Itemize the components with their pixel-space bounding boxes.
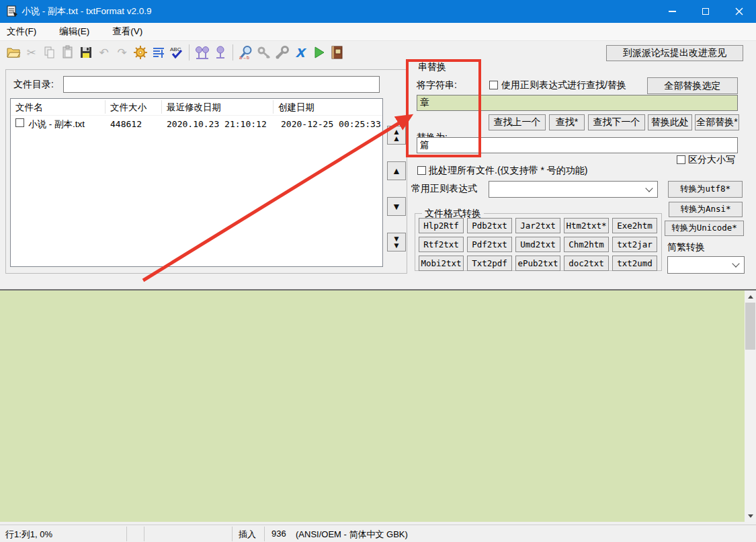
paste-icon[interactable] [58,44,77,61]
epub2txt-button[interactable]: ePub2txt [515,256,560,271]
find-next-button[interactable]: 查找下一个 [588,114,645,130]
case-checkbox[interactable] [677,155,685,164]
svg-text:a→b: a→b [239,55,249,60]
regex-checkbox-label[interactable]: 使用正则表达式进行查找/替换 [501,79,626,91]
file-row-size: 448612 [110,119,142,129]
replace-here-button[interactable]: 替换此处 [648,114,692,130]
search-replace-icon[interactable]: a→b [237,44,255,61]
scrollbar-thumb[interactable] [745,303,755,350]
move-bottom-button[interactable]: ▼▼ [387,233,406,251]
move-top-button[interactable]: ▲▲ [387,126,406,145]
format-lines-icon[interactable] [149,44,167,61]
doc2txt-button[interactable]: doc2txt [564,256,609,271]
redo-icon[interactable]: ↷ [113,44,131,61]
simplified-label: 简繁转换 [667,241,705,254]
undo-icon[interactable]: ↶ [95,44,113,61]
txt2pdf-button[interactable]: Txt2pdf [467,256,512,271]
txtformat-window: 小说 - 副本.txt - txtFormat v2.0.9 文件(F) 编辑(… [0,0,756,542]
find-label: 将字符串: [417,79,457,91]
case-checkbox-label[interactable]: 区分大小写 [688,154,735,166]
file-row-checkbox[interactable] [15,118,24,127]
close-icon [735,7,743,15]
chm2htm-button[interactable]: Chm2htm [564,237,609,252]
column-header-modified[interactable]: 最近修改日期 [167,102,221,114]
convert-x-icon[interactable]: X [291,44,309,61]
convert-utf8-button[interactable]: 转换为utf8* [668,181,743,198]
find-input[interactable] [417,95,738,111]
jar2txt-button[interactable]: Jar2txt [515,218,560,233]
wrench-icon[interactable] [273,44,291,61]
minimize-icon [669,11,676,12]
close-button[interactable] [722,0,756,23]
simplified-dropdown[interactable] [667,256,745,274]
regex-checkbox[interactable] [489,81,498,89]
file-row[interactable]: 小说 - 副本.txt 448612 2020.10.23 21:10:12 2… [11,116,382,132]
status-encoding: (ANSI/OEM - 简体中文 GBK) [296,529,408,541]
column-header-filename[interactable]: 文件名 [15,102,43,114]
minimize-button[interactable] [655,0,689,23]
batch-sparkle-icon-1[interactable] [193,44,211,61]
txt2umd-button[interactable]: txt2umd [612,256,657,271]
status-insert-mode: 插入 [239,529,256,541]
file-dir-input[interactable] [63,76,380,93]
save-icon[interactable] [77,44,95,61]
pdb2txt-button[interactable]: Pdb2txt [467,218,512,233]
regex-dropdown[interactable] [489,181,658,198]
scroll-up-icon[interactable] [745,291,756,302]
file-row-created: 2020-12-25 00:25:33 [281,119,381,129]
file-dir-label: 文件目录: [13,79,54,91]
batch-sparkle-icon-2[interactable] [211,44,229,61]
feedback-button[interactable]: 到派派论坛提出改进意见 [606,45,743,61]
batch-checkbox[interactable] [417,166,426,175]
settings-gear-icon[interactable] [131,44,149,61]
editor-vscrollbar[interactable] [745,289,756,522]
umd2txt-button[interactable]: Umd2txt [515,237,560,252]
find-button[interactable]: 查找* [549,114,585,130]
window-title: 小说 - 副本.txt - txtFormat v2.0.9 [22,5,152,17]
exe2htm-button[interactable]: Exe2htm [612,218,657,233]
status-bar: 行1:列1, 0% 插入 936 (ANSI/OEM - 简体中文 GBK) [0,525,756,542]
menu-file[interactable]: 文件(F) [0,26,43,38]
toolbar-separator [233,44,233,61]
key-icon[interactable] [255,44,273,61]
chevron-down-icon [732,260,739,267]
replace-input[interactable] [417,137,738,153]
app-icon [6,5,18,17]
column-header-created[interactable]: 创建日期 [278,102,314,114]
mobi2txt-button[interactable]: Mobi2txt [419,256,464,271]
spellcheck-icon[interactable]: ABC [167,44,185,61]
maximize-button[interactable] [689,0,722,23]
hlp2rtf-button[interactable]: Hlp2Rtf [419,218,464,233]
move-up-button[interactable]: ▲ [387,161,406,180]
move-down-button[interactable]: ▼ [387,197,406,216]
replace-group-label: 串替换 [418,61,446,73]
file-row-modified: 2020.10.23 21:10:12 [167,119,267,129]
copy-icon[interactable] [40,44,58,61]
file-row-name: 小说 - 副本.txt [28,118,85,130]
editor-textarea[interactable] [0,289,745,522]
txt2jar-button[interactable]: txt2jar [612,237,657,252]
file-list: 文件名 文件大小 最近修改日期 创建日期 小说 - 副本.txt 448612 … [10,98,383,267]
cut-icon[interactable]: ✂ [22,44,40,61]
title-bar: 小说 - 副本.txt - txtFormat v2.0.9 [0,0,756,23]
convert-ansi-button[interactable]: 转换为Ansi* [669,202,743,217]
scroll-down-icon[interactable] [745,510,756,521]
find-prev-button[interactable]: 查找上一个 [489,114,546,130]
convert-unicode-button[interactable]: 转换为Unicode* [665,221,744,236]
window-controls [655,0,756,23]
replace-all-selected-button[interactable]: 全部替换选定 [647,77,738,94]
batch-checkbox-label[interactable]: 批处理所有文件.(仅支持带 * 号的功能) [429,165,587,177]
ebook-icon[interactable] [327,44,345,61]
run-icon[interactable] [309,44,327,61]
open-folder-icon[interactable] [4,44,22,61]
menu-edit[interactable]: 编辑(E) [52,26,96,38]
column-header-filesize[interactable]: 文件大小 [110,102,146,114]
status-cursor-position: 行1:列1, 0% [5,529,52,541]
replace-all-button[interactable]: 全部替换* [695,114,739,130]
menu-view[interactable]: 查看(V) [106,26,149,38]
rtf2txt-button[interactable]: Rtf2txt [419,237,464,252]
htm2txt-button[interactable]: Htm2txt* [564,218,609,233]
status-codepage: 936 [271,529,286,539]
pdf2txt-button[interactable]: Pdf2txt [467,237,512,252]
toolbar-separator [189,44,190,61]
